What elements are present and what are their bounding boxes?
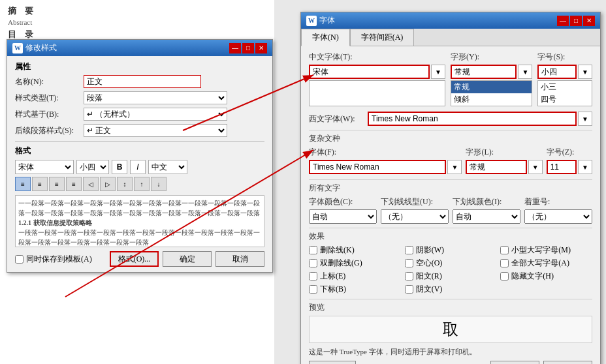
modify-style-dialog: W 修改样式 — □ ✕ 属性 名称(N): 样式类型(T): 段落 样式基于(… [7, 39, 273, 273]
chinese-font-input[interactable] [309, 65, 430, 79]
font-maximize-btn[interactable]: □ [570, 16, 582, 26]
effect-strikethrough-cb[interactable] [309, 246, 317, 254]
effect-outline-cb[interactable] [405, 259, 413, 267]
effect-superscript-label: 上标(E) [320, 271, 345, 282]
truetype-note: 这是一种 TrueType 字体，同时适用于屏幕和打印机。 [309, 347, 592, 357]
font-cancel-btn[interactable]: 取消 [543, 361, 592, 364]
effect-engrave-cb[interactable] [405, 285, 413, 294]
align-justify-btn[interactable]: ≡ [66, 177, 82, 191]
name-input[interactable] [84, 75, 201, 88]
size-col-label: 字号(S): [537, 52, 592, 63]
font-size-select[interactable]: 小四 [76, 160, 109, 174]
effect-small-caps-cb[interactable] [500, 246, 509, 254]
modify-dialog-body: 属性 名称(N): 样式类型(T): 段落 样式基于(B): ↵ （无样式） 后… [7, 56, 272, 272]
complex-style-dropdown[interactable]: ▼ [528, 160, 543, 174]
effect-hidden-cb[interactable] [500, 272, 509, 281]
modify-close-btn[interactable]: ✕ [255, 43, 267, 53]
chinese-font-dropdown[interactable]: ▼ [431, 65, 445, 79]
effect-all-caps-cb[interactable] [500, 259, 509, 267]
complex-size-col: 字号(Z): ▼ [547, 147, 592, 175]
modify-confirm-btn[interactable]: 确定 [163, 251, 212, 267]
doc-abstract: Abstract [8, 18, 266, 26]
effect-engrave: 阴文(V) [405, 284, 497, 295]
modify-cancel-btn[interactable]: 取消 [215, 251, 264, 267]
chinese-font-list[interactable] [309, 80, 445, 106]
line-spacing-btn[interactable]: ↕ [117, 177, 133, 191]
font-dialog-title: 字体 [319, 15, 335, 26]
modify-maximize-btn[interactable]: □ [242, 43, 254, 53]
complex-font-dropdown[interactable]: ▼ [447, 160, 462, 174]
effect-engrave-label: 阴文(V) [416, 284, 443, 295]
complex-style-input[interactable] [466, 160, 526, 174]
effect-double-strikethrough-cb[interactable] [309, 259, 317, 267]
size-col: 字号(S): ▼ 小三 四号 小四 [537, 52, 592, 106]
format-button[interactable]: 格式(O)... [110, 251, 159, 267]
complex-size-label: 字号(Z): [547, 147, 592, 158]
effect-shadow-cb[interactable] [405, 246, 413, 254]
font-close-btn[interactable]: ✕ [583, 16, 595, 26]
size-input[interactable] [537, 65, 577, 79]
size-dropdown[interactable]: ▼ [578, 65, 592, 79]
modify-minimize-btn[interactable]: — [229, 43, 241, 53]
effects-grid: 删除线(K) 阴影(W) 小型大写字母(M) 双删除线(G) 空心(O) 全部大… [309, 245, 592, 295]
effect-subscript-cb[interactable] [309, 285, 317, 294]
align-center-btn[interactable]: ≡ [32, 177, 48, 191]
font-minimize-btn[interactable]: — [557, 16, 569, 26]
tab-font[interactable]: 字体(N) [301, 29, 350, 46]
align-left-btn[interactable]: ≡ [15, 177, 31, 191]
emphasis-label: 着重号: [524, 196, 592, 207]
complex-font-input[interactable] [309, 160, 446, 174]
following-select[interactable]: ↵ 正文 [84, 124, 227, 137]
style-type-label: 样式类型(T): [15, 93, 84, 104]
style-input[interactable] [451, 65, 517, 79]
align-right-btn[interactable]: ≡ [49, 177, 65, 191]
effect-double-strikethrough-label: 双删除线(G) [320, 258, 362, 269]
western-font-input[interactable] [368, 112, 577, 126]
western-font-dropdown[interactable]: ▼ [578, 112, 592, 126]
font-family-select[interactable]: 宋体 [15, 160, 74, 174]
font-confirm-btn[interactable]: 确定 [490, 361, 539, 364]
chinese-font-col: 中文字体(T): ▼ [309, 52, 445, 106]
chinese-font-label: 中文字体(T): [309, 52, 445, 63]
space-after-btn[interactable]: ↓ [151, 177, 167, 191]
save-template-checkbox[interactable] [15, 255, 24, 264]
effect-all-caps-label: 全部大写字母(A) [511, 258, 569, 269]
complex-size-input[interactable] [547, 160, 577, 174]
effect-superscript-cb[interactable] [309, 272, 317, 281]
style-type-select[interactable]: 段落 [84, 91, 227, 104]
underline-style-select[interactable]: （无） [381, 209, 449, 224]
size-option-3[interactable]: 小四 [538, 106, 592, 106]
effect-outline-label: 空心(O) [416, 258, 443, 269]
style-option-regular[interactable]: 常规 [451, 81, 532, 93]
size-option-2[interactable]: 四号 [538, 93, 592, 106]
effect-emboss-label: 阳文(R) [416, 271, 442, 282]
emphasis-col: 着重号: （无） [524, 196, 592, 224]
style-list[interactable]: 常规 倾斜 加粗 [451, 80, 532, 106]
font-color-select[interactable]: 自动 [309, 209, 377, 224]
size-option-1[interactable]: 小三 [538, 81, 592, 93]
effect-outline: 空心(O) [405, 258, 497, 269]
style-option-italic[interactable]: 倾斜 [451, 93, 532, 106]
space-before-btn[interactable]: ↑ [134, 177, 150, 191]
all-text-divider [309, 179, 592, 180]
font-dialog-titlebar: W 字体 — □ ✕ [301, 12, 600, 29]
style-dropdown[interactable]: ▼ [518, 65, 532, 79]
effect-shadow-label: 阴影(W) [416, 245, 444, 256]
font-default-btn[interactable]: 默认(D)... [309, 361, 356, 364]
style-option-bold[interactable]: 加粗 [451, 106, 532, 106]
based-on-select[interactable]: ↵ （无样式） [84, 108, 227, 121]
font-tab-bar: 字体(N) 字符间距(A) [301, 29, 600, 46]
underline-color-select[interactable]: 自动 [453, 209, 520, 224]
complex-size-dropdown[interactable]: ▼ [578, 160, 592, 174]
emphasis-select[interactable]: （无） [524, 209, 592, 224]
indent-decrease-btn[interactable]: ◁ [83, 177, 99, 191]
italic-button[interactable]: I [130, 160, 146, 174]
western-font-label: 西文字体(W): [309, 114, 368, 125]
effect-emboss-cb[interactable] [405, 272, 413, 281]
complex-columns: 字体(F): ▼ 字形(L): ▼ 字号(Z): ▼ [309, 147, 592, 175]
bold-button[interactable]: B [112, 160, 127, 174]
tab-char-spacing[interactable]: 字符间距(A) [350, 29, 415, 46]
size-list[interactable]: 小三 四号 小四 [537, 80, 592, 106]
lang-select[interactable]: 中文 [148, 160, 187, 174]
indent-increase-btn[interactable]: ▷ [100, 177, 116, 191]
